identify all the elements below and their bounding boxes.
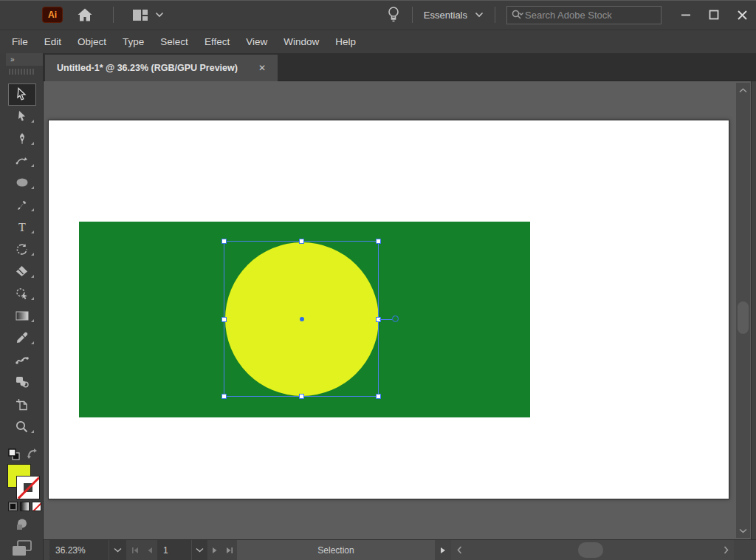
eyedropper-tool[interactable]	[0, 327, 44, 349]
discover-button[interactable]	[386, 5, 401, 24]
type-tool[interactable]: T	[0, 216, 44, 238]
blend-tool-icon	[16, 354, 29, 366]
paintbrush-tool[interactable]	[0, 194, 44, 216]
chevron-down-icon	[475, 12, 484, 18]
symbol-tool[interactable]	[0, 371, 44, 393]
chevron-down-icon	[114, 547, 122, 553]
direct-selection-tool[interactable]	[0, 105, 44, 127]
artboard[interactable]	[48, 120, 729, 499]
vertical-scrollbar[interactable]	[736, 83, 750, 538]
zoom-dropdown-button[interactable]	[109, 540, 126, 560]
ellipse-tool-icon	[16, 177, 29, 188]
titlebar-divider	[412, 7, 413, 23]
search-icon	[512, 10, 523, 20]
default-fill-stroke-button[interactable]	[8, 448, 20, 463]
eyedropper-tool-icon	[16, 332, 28, 344]
screen-mode-button[interactable]	[12, 540, 32, 559]
scroll-right-button[interactable]	[719, 540, 732, 560]
next-artboard-button[interactable]	[207, 540, 222, 560]
gradient-mode-button[interactable]	[20, 502, 30, 511]
tab-close-icon[interactable]: ✕	[258, 63, 266, 73]
tools-panel: » T	[0, 53, 44, 560]
artboard-number-field[interactable]: 1	[157, 540, 191, 560]
home-button[interactable]	[75, 5, 94, 24]
previous-artboard-button[interactable]	[142, 540, 157, 560]
color-mode-button[interactable]	[8, 502, 18, 511]
previous-icon	[147, 547, 153, 554]
menu-window[interactable]: Window	[275, 30, 327, 54]
menu-effect[interactable]: Effect	[196, 30, 238, 54]
zoom-level-field[interactable]: 36.23%	[49, 540, 109, 560]
chevron-right-icon	[724, 546, 729, 554]
selection-center-point[interactable]	[300, 317, 304, 321]
horizontal-scrollbar-thumb[interactable]	[578, 542, 603, 558]
flyout-arrow-icon	[440, 547, 446, 554]
selection-handle-bottom-left[interactable]	[221, 394, 227, 399]
workspace-switcher[interactable]: Essentials	[424, 10, 484, 21]
minimize-button[interactable]	[672, 4, 700, 26]
menu-type[interactable]: Type	[114, 30, 152, 54]
zoom-tool[interactable]	[0, 415, 44, 437]
paintbrush-tool-icon	[16, 199, 28, 211]
rotate-widget-handle[interactable]	[392, 315, 399, 322]
selection-handle-bottom-middle[interactable]	[299, 394, 304, 399]
chevron-left-icon	[457, 546, 462, 554]
menu-file[interactable]: File	[4, 30, 36, 54]
first-artboard-button[interactable]	[128, 540, 142, 560]
illustrator-window: Ai Essentials	[0, 0, 756, 560]
rotate-tool-icon	[16, 243, 28, 256]
document-tab[interactable]: Untitled-1* @ 36.23% (RGB/GPU Preview) ✕	[45, 55, 278, 81]
drawing-mode-button[interactable]	[14, 517, 29, 535]
document-tabbar: Untitled-1* @ 36.23% (RGB/GPU Preview) ✕	[44, 53, 756, 81]
vertical-scrollbar-thumb[interactable]	[738, 301, 749, 334]
menu-view[interactable]: View	[238, 30, 275, 54]
rotate-tool[interactable]	[0, 238, 44, 260]
selection-handle-top-middle[interactable]	[299, 239, 304, 244]
scroll-down-button[interactable]	[736, 525, 750, 536]
eraser-tool[interactable]	[0, 260, 44, 282]
gradient-tool[interactable]	[0, 304, 44, 327]
workspace-label: Essentials	[424, 10, 467, 21]
shape-builder-tool[interactable]	[0, 282, 44, 304]
selection-handle-middle-right[interactable]	[376, 317, 381, 322]
maximize-button[interactable]	[700, 4, 728, 26]
scroll-left-button[interactable]	[453, 540, 466, 560]
chevron-down-icon	[196, 547, 204, 553]
stock-search-box[interactable]	[506, 6, 662, 24]
close-button[interactable]	[728, 4, 756, 26]
selection-handle-top-left[interactable]	[221, 239, 227, 244]
close-icon	[737, 10, 748, 21]
selection-handle-top-right[interactable]	[376, 239, 381, 244]
selection-handle-middle-left[interactable]	[221, 317, 227, 322]
artboard-dropdown-button[interactable]	[191, 540, 207, 560]
toolbar-grip-handle[interactable]	[0, 66, 43, 77]
window-controls	[672, 0, 756, 30]
tools-list: T	[0, 83, 43, 437]
arrange-documents-button[interactable]	[132, 9, 164, 21]
horizontal-scrollbar[interactable]	[451, 540, 734, 560]
scroll-up-button[interactable]	[736, 84, 750, 96]
artboard-tool[interactable]	[0, 393, 44, 415]
app-logo[interactable]: Ai	[42, 7, 63, 23]
menu-select[interactable]: Select	[152, 30, 196, 54]
canvas-area[interactable]	[44, 81, 756, 539]
swap-fill-stroke-button[interactable]	[27, 448, 39, 462]
status-flyout-button[interactable]	[435, 540, 451, 560]
titlebar-divider	[113, 7, 114, 23]
selection-handle-bottom-right[interactable]	[376, 394, 381, 399]
ellipse-tool[interactable]	[0, 171, 44, 194]
curvature-tool[interactable]	[0, 149, 44, 171]
blend-tool[interactable]	[0, 349, 44, 371]
menu-object[interactable]: Object	[69, 30, 114, 54]
menu-edit[interactable]: Edit	[36, 30, 69, 54]
none-mode-button[interactable]	[32, 502, 41, 511]
stock-search-input[interactable]	[525, 10, 656, 21]
toolbar-expand-button[interactable]: »	[6, 53, 43, 66]
status-display[interactable]: Selection	[237, 540, 435, 560]
last-artboard-button[interactable]	[222, 540, 237, 560]
stroke-swatch[interactable]	[16, 476, 40, 499]
menu-help[interactable]: Help	[327, 30, 364, 54]
titlebar-divider	[495, 7, 495, 23]
selection-tool[interactable]	[0, 83, 44, 105]
pen-tool[interactable]	[0, 127, 44, 149]
